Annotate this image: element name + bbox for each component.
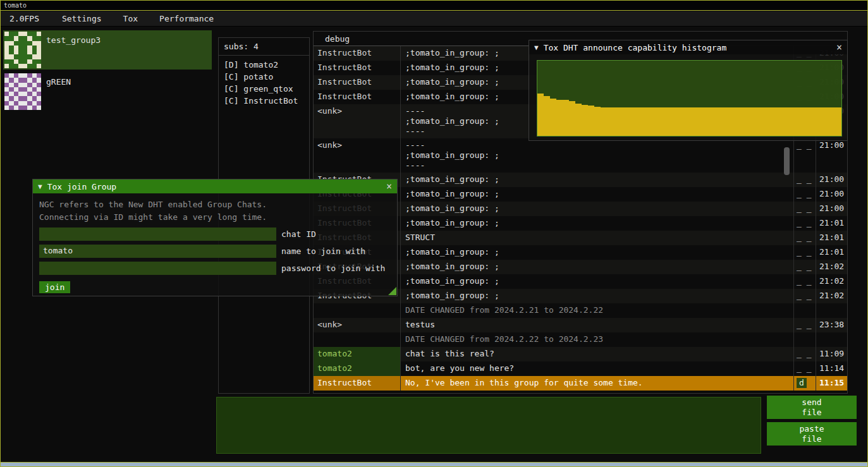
histogram-bar: [740, 107, 747, 136]
menu-settings[interactable]: Settings: [53, 11, 111, 26]
chat-scrollbar-thumb[interactable]: [784, 147, 790, 175]
chat-message-row[interactable]: tomato2bot, are you new here?_ _11:14: [314, 361, 847, 376]
chat-message-row[interactable]: tomato2chat is this real?_ _11:09: [314, 347, 847, 361]
histogram-bar: [645, 107, 651, 136]
histogram-bar: [816, 107, 822, 136]
histogram-bar: [626, 107, 632, 136]
message-input[interactable]: [216, 397, 761, 454]
histogram-plot: [537, 60, 842, 136]
subs-item[interactable]: [C] green_qtox: [219, 83, 309, 95]
histogram-window-titlebar[interactable]: ▼ Tox DHT announce capability histogram …: [529, 40, 847, 54]
join-password-input[interactable]: [39, 262, 276, 275]
menu-performance[interactable]: Performance: [150, 11, 223, 26]
message-time: 21:01: [816, 216, 847, 231]
message-sender: <unk>: [314, 318, 400, 332]
message-flags: _ _: [793, 173, 816, 187]
join-window-titlebar[interactable]: ▼ Tox join Group ×: [33, 179, 397, 193]
send-file-button[interactable]: send file: [767, 396, 857, 419]
message-time: 21:02: [816, 289, 847, 303]
subs-item[interactable]: [C] potato: [219, 71, 309, 83]
message-text: ;tomato_in_group: ;: [400, 274, 793, 289]
date-separator-row[interactable]: DATE CHANGED from 2024.2.22 to 2024.2.23: [314, 332, 847, 347]
message-sender: InstructBot: [314, 46, 400, 61]
chat-id-input[interactable]: [39, 227, 276, 241]
join-password-input-label: password to join with: [281, 264, 385, 273]
close-icon[interactable]: ×: [386, 181, 392, 192]
histogram-bar: [695, 107, 702, 136]
histogram-bar: [804, 107, 810, 136]
message-flags: _ _: [793, 289, 816, 303]
group-avatar: [4, 73, 41, 110]
histogram-bar: [753, 107, 759, 136]
message-time: 11:14: [816, 361, 847, 376]
fps-counter: 2.0FPS: [1, 11, 48, 26]
histogram-bar: [620, 107, 626, 136]
histogram-bar: [702, 107, 708, 136]
histogram-bar: [670, 107, 676, 136]
histogram-bar: [829, 107, 835, 136]
message-flags: _ _: [793, 260, 816, 274]
date-separator-text: DATE CHANGED from 2024.2.21 to 2024.2.22: [400, 303, 793, 318]
date-separator-row[interactable]: DATE CHANGED from 2024.2.21 to 2024.2.22: [314, 303, 847, 318]
histogram-bar: [569, 101, 575, 136]
message-sender: tomato2: [314, 361, 400, 376]
message-flags: d: [793, 376, 816, 391]
histogram-bar: [778, 107, 785, 136]
join-window-body: NGC refers to the New DHT enabled Group …: [33, 193, 397, 298]
histogram-bar: [727, 107, 733, 136]
chat-message-row[interactable]: <unk>testus_ _23:38: [314, 318, 847, 332]
collapse-arrow-icon[interactable]: ▼: [534, 44, 539, 52]
chat-message-row[interactable]: <unk>---- ;tomato_in_group: ; ----_ _21:…: [314, 138, 847, 173]
chat-message-row[interactable]: InstructBotNo, I've been in this group f…: [314, 376, 847, 391]
join-button[interactable]: join: [39, 281, 70, 293]
close-icon[interactable]: ×: [836, 42, 842, 53]
group-list: test_group3gREEN: [3, 30, 212, 111]
histogram-bar: [657, 107, 664, 136]
message-text: ;tomato_in_group: ;: [400, 260, 793, 274]
message-time: 21:00: [816, 202, 847, 216]
collapse-arrow-icon[interactable]: ▼: [38, 183, 42, 191]
join-group-window: ▼ Tox join Group × NGC refers to the New…: [32, 179, 398, 296]
group-name: gREEN: [46, 77, 71, 110]
window-titlebar[interactable]: tomato: [1, 1, 867, 11]
message-text: testus: [400, 318, 793, 332]
message-flags: [793, 303, 816, 318]
message-text: STRUCT: [400, 231, 793, 245]
message-text: ;tomato_in_group: ;: [400, 289, 793, 303]
histogram-bar: [810, 107, 816, 136]
message-flags: _ _: [793, 318, 816, 332]
histogram-bar: [708, 107, 714, 136]
message-time: 21:00: [816, 173, 847, 187]
message-flags: _ _: [793, 347, 816, 361]
histogram-bar: [791, 107, 797, 136]
message-flags: _ _: [793, 202, 816, 216]
subs-title: subs: 4: [219, 42, 309, 56]
histogram-bar: [639, 107, 645, 136]
histogram-bar: [613, 107, 620, 136]
tab-debug[interactable]: debug: [325, 34, 350, 44]
sidebar-group-test_group3[interactable]: test_group3: [3, 30, 212, 70]
message-sender: tomato2: [314, 347, 400, 361]
group-name: test_group3: [46, 35, 101, 68]
message-text: ;tomato_in_group: ;: [400, 202, 793, 216]
histogram-bar: [785, 107, 791, 136]
message-sender: InstructBot: [314, 90, 400, 104]
histogram-bar: [664, 107, 670, 136]
histogram-bar: [651, 107, 657, 136]
histogram-bar: [537, 94, 544, 136]
message-sender: InstructBot: [314, 376, 400, 391]
menu-tox[interactable]: Tox: [114, 11, 147, 26]
subs-item[interactable]: [D] tomato2: [219, 59, 309, 71]
paste-file-button[interactable]: paste file: [767, 422, 857, 446]
sidebar-group-gREEN[interactable]: gREEN: [3, 72, 212, 111]
subs-item[interactable]: [C] InstructBot: [219, 95, 309, 107]
subs-list: [D] tomato2[C] potato[C] green_qtox[C] I…: [219, 56, 309, 107]
histogram-bar: [601, 107, 607, 136]
histogram-bar: [544, 96, 550, 136]
message-time: 21:00: [816, 187, 847, 202]
message-flags: [793, 332, 816, 347]
message-sender: [314, 332, 400, 347]
join-name-input[interactable]: tomato: [39, 245, 276, 258]
message-time: 21:02: [816, 274, 847, 289]
histogram-bar: [683, 107, 689, 136]
